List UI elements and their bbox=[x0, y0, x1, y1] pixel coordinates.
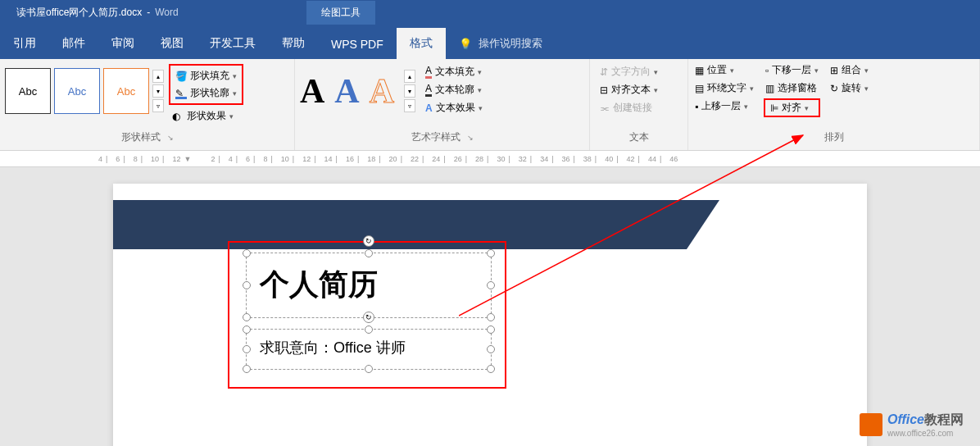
tab-references[interactable]: 引用 bbox=[0, 28, 49, 59]
shape-style-preset-1[interactable]: Abc bbox=[5, 68, 51, 114]
watermark-text-1: Office bbox=[887, 412, 924, 426]
tab-wps-pdf[interactable]: WPS PDF bbox=[318, 30, 397, 59]
textbox-selection-group[interactable]: ↻ 个人简历 ↻ 求职意向：Offi bbox=[228, 241, 506, 389]
text-outline-button[interactable]: A 文本轮廓 bbox=[424, 82, 484, 98]
resize-handle[interactable] bbox=[243, 313, 251, 321]
resize-handle[interactable] bbox=[365, 365, 373, 373]
resize-handle[interactable] bbox=[365, 249, 373, 257]
heading-text[interactable]: 个人简历 bbox=[247, 253, 491, 316]
create-link-button[interactable]: ⫘ 创建链接 bbox=[598, 100, 679, 116]
watermark-url: www.office26.com bbox=[887, 429, 964, 438]
subheading-text[interactable]: 求职意向：Office 讲师 bbox=[247, 330, 491, 366]
resize-handle[interactable] bbox=[243, 345, 251, 353]
text-direction-button[interactable]: ⇵ 文字方向 bbox=[598, 64, 679, 80]
page[interactable]: ↻ 个人简历 ↻ 求职意向：Offi bbox=[113, 184, 867, 446]
text-direction-icon: ⇵ bbox=[600, 66, 608, 78]
wrap-icon: ▤ bbox=[695, 83, 704, 94]
tab-help[interactable]: 帮助 bbox=[269, 28, 318, 59]
align-button[interactable]: ⊫对齐 bbox=[764, 98, 820, 117]
search-label: 操作说明搜索 bbox=[479, 36, 542, 51]
shape-effects-button[interactable]: ◐ 形状效果 bbox=[169, 107, 243, 125]
resize-handle[interactable] bbox=[365, 325, 373, 334]
text-effects-icon: A bbox=[425, 102, 433, 114]
position-button[interactable]: ▦位置 bbox=[693, 62, 755, 78]
tab-developer[interactable]: 开发工具 bbox=[197, 28, 269, 59]
link-icon: ⫘ bbox=[600, 102, 610, 114]
paint-bucket-icon: 🪣 bbox=[175, 71, 187, 82]
group-title-arrange: 排列 bbox=[693, 130, 974, 147]
subheading-textbox[interactable]: ↻ 求职意向：Office 讲师 bbox=[246, 329, 492, 370]
align-text-button[interactable]: ⊟ 对齐文本 bbox=[598, 82, 679, 98]
shape-style-preset-3[interactable]: Abc bbox=[103, 68, 149, 114]
shape-style-preset-2[interactable]: Abc bbox=[54, 68, 100, 114]
text-fill-button[interactable]: A 文本填充 bbox=[424, 64, 484, 80]
pen-icon: ✎ bbox=[175, 88, 187, 99]
resize-handle[interactable] bbox=[243, 365, 251, 373]
wordart-preset-1[interactable]: A bbox=[300, 71, 324, 111]
wordart-gallery-up[interactable]: ▴ bbox=[404, 70, 415, 83]
group-icon: ⊞ bbox=[830, 65, 838, 76]
document-area[interactable]: ↻ 个人简历 ↻ 求职意向：Offi bbox=[0, 167, 980, 446]
rotate-button[interactable]: ↻旋转 bbox=[828, 80, 870, 96]
app-name: Word bbox=[155, 7, 178, 18]
group-button[interactable]: ⊞组合 bbox=[828, 62, 870, 78]
tab-format[interactable]: 格式 bbox=[397, 28, 446, 59]
group-text: ⇵ 文字方向 ⊟ 对齐文本 ⫘ 创建链接 文本 bbox=[590, 59, 688, 150]
group-arrange: ▦位置 ▤环绕文字 ▪上移一层 ▫下移一层 ▥选择窗格 ⊫对齐 ⊞组合 ↻旋转 … bbox=[688, 59, 980, 150]
lightbulb-icon: 💡 bbox=[459, 38, 472, 50]
selection-pane-button[interactable]: ▥选择窗格 bbox=[764, 80, 820, 96]
selection-icon: ▥ bbox=[765, 83, 774, 94]
wordart-gallery-down[interactable]: ▾ bbox=[404, 84, 415, 98]
text-fill-icon: A bbox=[425, 65, 432, 79]
forward-icon: ▪ bbox=[695, 101, 698, 112]
tell-me-search[interactable]: 💡 操作说明搜索 bbox=[446, 28, 556, 59]
gallery-more-button[interactable]: ▿ bbox=[152, 99, 164, 112]
group-title-wordart: 艺术字样式 bbox=[300, 130, 584, 147]
gallery-down-button[interactable]: ▾ bbox=[152, 84, 164, 98]
watermark-text-2: 教程网 bbox=[924, 412, 964, 426]
resize-handle[interactable] bbox=[487, 249, 495, 257]
resize-handle[interactable] bbox=[243, 249, 251, 257]
resize-handle[interactable] bbox=[487, 365, 495, 373]
separator: - bbox=[147, 7, 150, 18]
rotate-icon: ↻ bbox=[830, 83, 838, 94]
resize-handle[interactable] bbox=[243, 325, 251, 334]
group-title-shape-styles: 形状样式 bbox=[5, 130, 289, 147]
align-text-icon: ⊟ bbox=[600, 84, 608, 96]
resize-handle[interactable] bbox=[487, 281, 495, 289]
heading-textbox[interactable]: ↻ 个人简历 bbox=[246, 253, 492, 318]
wordart-preset-3[interactable]: A bbox=[370, 71, 394, 111]
shape-fill-button[interactable]: 🪣 形状填充 bbox=[172, 67, 240, 84]
watermark-logo-icon bbox=[860, 413, 882, 436]
context-tool-label: 绘图工具 bbox=[306, 1, 375, 25]
text-effects-button[interactable]: A 文本效果 bbox=[424, 100, 484, 116]
horizontal-ruler[interactable]: 4 | 6 | 8 | 10 | 12 ▼ 2 | 4 | 6 | 8 | 10… bbox=[0, 151, 980, 167]
backward-icon: ▫ bbox=[765, 65, 769, 76]
ribbon-tabs: 引用 邮件 审阅 视图 开发工具 帮助 WPS PDF 格式 💡 操作说明搜索 bbox=[0, 25, 980, 59]
wordart-preset-2[interactable]: A bbox=[334, 71, 359, 111]
gallery-up-button[interactable]: ▴ bbox=[152, 70, 164, 83]
wrap-text-button[interactable]: ▤环绕文字 bbox=[693, 80, 755, 96]
wordart-gallery-more[interactable]: ▿ bbox=[404, 99, 415, 112]
tab-mailings[interactable]: 邮件 bbox=[49, 28, 98, 59]
tab-review[interactable]: 审阅 bbox=[98, 28, 147, 59]
group-shape-styles: Abc Abc Abc ▴ ▾ ▿ 🪣 形状填充 ✎ 形状轮廓 bbox=[0, 59, 295, 150]
tab-view[interactable]: 视图 bbox=[147, 28, 197, 59]
document-filename: 读书屋office网个人简历.docx bbox=[16, 6, 142, 20]
rotate-handle-icon[interactable]: ↻ bbox=[363, 235, 374, 247]
resize-handle[interactable] bbox=[487, 313, 495, 321]
bring-forward-button[interactable]: ▪上移一层 bbox=[693, 98, 755, 114]
resize-handle[interactable] bbox=[487, 325, 495, 334]
resize-handle[interactable] bbox=[243, 281, 251, 289]
effects-icon: ◐ bbox=[172, 111, 184, 122]
send-backward-button[interactable]: ▫下移一层 bbox=[764, 62, 820, 78]
position-icon: ▦ bbox=[695, 65, 704, 76]
resize-handle[interactable] bbox=[487, 345, 495, 353]
titlebar: 读书屋office网个人简历.docx - Word 绘图工具 bbox=[0, 0, 980, 25]
watermark: Office教程网 www.office26.com bbox=[860, 412, 964, 438]
group-title-text: 文本 bbox=[595, 130, 683, 147]
align-icon: ⊫ bbox=[770, 102, 778, 114]
shape-outline-button[interactable]: ✎ 形状轮廓 bbox=[172, 84, 240, 102]
rotate-handle-icon[interactable]: ↻ bbox=[363, 312, 374, 323]
ribbon: Abc Abc Abc ▴ ▾ ▿ 🪣 形状填充 ✎ 形状轮廓 bbox=[0, 59, 980, 151]
